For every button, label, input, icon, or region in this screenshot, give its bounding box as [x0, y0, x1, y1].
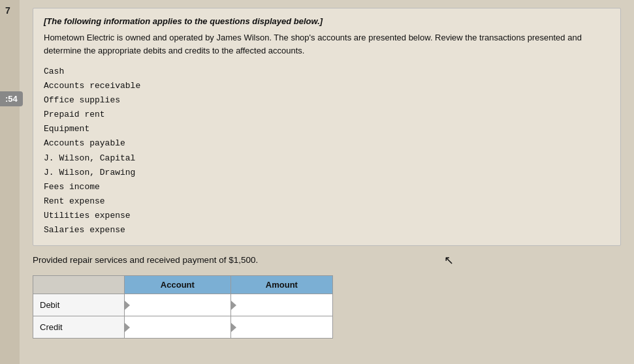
table-row-debit: Debit	[33, 294, 333, 316]
account-item: Fees income	[44, 180, 610, 194]
account-item: J. Wilson, Drawing	[44, 166, 610, 180]
answer-table-wrapper: Account Amount Debit Credit	[33, 275, 333, 339]
col-header-empty	[33, 276, 125, 294]
col-header-account: Account	[125, 276, 231, 294]
accounts-list: Cash Accounts receivable Office supplies…	[44, 65, 610, 237]
row-label-credit: Credit	[33, 316, 125, 339]
col-header-amount: Amount	[230, 276, 332, 294]
italic-line: [The following information applies to th…	[44, 16, 610, 26]
account-item: Salaries expense	[44, 223, 610, 237]
content-area: [The following information applies to th…	[20, 0, 634, 364]
row-label-debit: Debit	[33, 294, 125, 316]
account-item: Equipment	[44, 122, 610, 136]
credit-amount-input[interactable]	[230, 316, 332, 339]
credit-account-input[interactable]	[125, 316, 231, 339]
table-row-credit: Credit	[33, 316, 333, 339]
account-item: Rent expense	[44, 194, 610, 209]
timer-badge: :54	[0, 91, 23, 106]
debit-account-input[interactable]	[125, 294, 231, 316]
info-box: [The following information applies to th…	[33, 8, 621, 246]
account-item: Accounts receivable	[44, 79, 610, 93]
page-container: 7 :54 [The following information applies…	[0, 0, 634, 364]
account-item: Utilities expense	[44, 209, 610, 223]
question-text: Provided repair services and received pa…	[33, 255, 621, 265]
question-number: 7	[5, 5, 10, 16]
account-item: Prepaid rent	[44, 108, 610, 122]
answer-table: Account Amount Debit Credit	[33, 275, 333, 339]
debit-amount-input[interactable]	[230, 294, 332, 316]
account-item: J. Wilson, Capital	[44, 151, 610, 166]
account-item: Cash	[44, 65, 610, 79]
account-item: Office supplies	[44, 93, 610, 108]
description: Hometown Electric is owned and operated …	[44, 31, 610, 57]
account-item: Accounts payable	[44, 136, 610, 151]
